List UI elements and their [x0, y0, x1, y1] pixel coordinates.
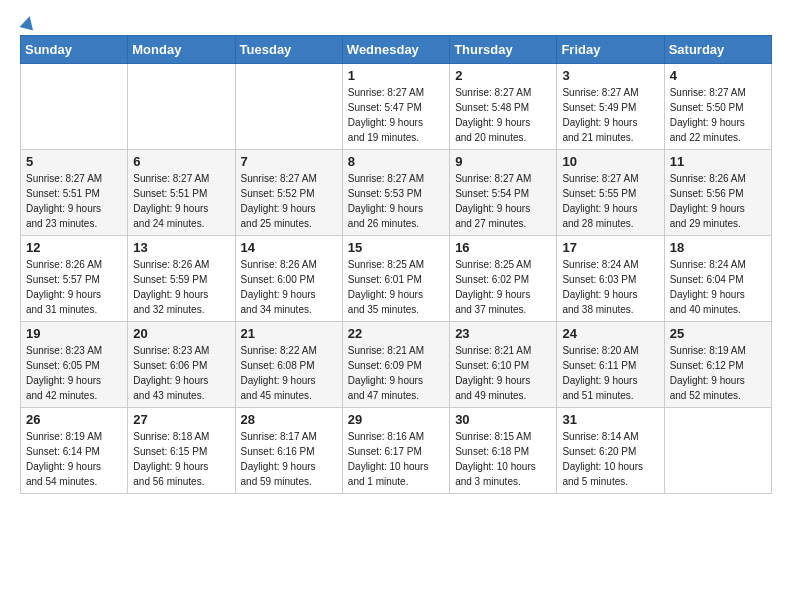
day-cell: 27Sunrise: 8:18 AM Sunset: 6:15 PM Dayli… [128, 408, 235, 494]
day-info: Sunrise: 8:27 AM Sunset: 5:52 PM Dayligh… [241, 171, 337, 231]
day-number: 7 [241, 154, 337, 169]
day-cell: 2Sunrise: 8:27 AM Sunset: 5:48 PM Daylig… [450, 64, 557, 150]
day-number: 25 [670, 326, 766, 341]
day-cell [128, 64, 235, 150]
day-cell: 16Sunrise: 8:25 AM Sunset: 6:02 PM Dayli… [450, 236, 557, 322]
logo-icon [20, 14, 37, 30]
day-info: Sunrise: 8:14 AM Sunset: 6:20 PM Dayligh… [562, 429, 658, 489]
day-number: 10 [562, 154, 658, 169]
day-number: 15 [348, 240, 444, 255]
day-info: Sunrise: 8:17 AM Sunset: 6:16 PM Dayligh… [241, 429, 337, 489]
day-info: Sunrise: 8:27 AM Sunset: 5:55 PM Dayligh… [562, 171, 658, 231]
week-row-3: 12Sunrise: 8:26 AM Sunset: 5:57 PM Dayli… [21, 236, 772, 322]
day-cell: 18Sunrise: 8:24 AM Sunset: 6:04 PM Dayli… [664, 236, 771, 322]
day-number: 12 [26, 240, 122, 255]
col-header-monday: Monday [128, 36, 235, 64]
day-info: Sunrise: 8:23 AM Sunset: 6:06 PM Dayligh… [133, 343, 229, 403]
day-number: 30 [455, 412, 551, 427]
day-cell: 3Sunrise: 8:27 AM Sunset: 5:49 PM Daylig… [557, 64, 664, 150]
col-header-sunday: Sunday [21, 36, 128, 64]
day-info: Sunrise: 8:27 AM Sunset: 5:50 PM Dayligh… [670, 85, 766, 145]
day-info: Sunrise: 8:27 AM Sunset: 5:48 PM Dayligh… [455, 85, 551, 145]
day-cell: 1Sunrise: 8:27 AM Sunset: 5:47 PM Daylig… [342, 64, 449, 150]
day-info: Sunrise: 8:15 AM Sunset: 6:18 PM Dayligh… [455, 429, 551, 489]
day-cell: 30Sunrise: 8:15 AM Sunset: 6:18 PM Dayli… [450, 408, 557, 494]
day-info: Sunrise: 8:19 AM Sunset: 6:12 PM Dayligh… [670, 343, 766, 403]
day-number: 14 [241, 240, 337, 255]
day-cell: 7Sunrise: 8:27 AM Sunset: 5:52 PM Daylig… [235, 150, 342, 236]
day-info: Sunrise: 8:27 AM Sunset: 5:54 PM Dayligh… [455, 171, 551, 231]
day-info: Sunrise: 8:23 AM Sunset: 6:05 PM Dayligh… [26, 343, 122, 403]
day-cell: 25Sunrise: 8:19 AM Sunset: 6:12 PM Dayli… [664, 322, 771, 408]
day-number: 6 [133, 154, 229, 169]
day-cell: 8Sunrise: 8:27 AM Sunset: 5:53 PM Daylig… [342, 150, 449, 236]
day-cell: 9Sunrise: 8:27 AM Sunset: 5:54 PM Daylig… [450, 150, 557, 236]
calendar: SundayMondayTuesdayWednesdayThursdayFrid… [20, 35, 772, 494]
day-number: 16 [455, 240, 551, 255]
day-number: 27 [133, 412, 229, 427]
day-info: Sunrise: 8:25 AM Sunset: 6:01 PM Dayligh… [348, 257, 444, 317]
logo [20, 16, 36, 25]
day-number: 1 [348, 68, 444, 83]
day-info: Sunrise: 8:26 AM Sunset: 5:56 PM Dayligh… [670, 171, 766, 231]
day-cell [664, 408, 771, 494]
day-info: Sunrise: 8:27 AM Sunset: 5:51 PM Dayligh… [133, 171, 229, 231]
col-header-tuesday: Tuesday [235, 36, 342, 64]
header [20, 16, 772, 25]
col-header-wednesday: Wednesday [342, 36, 449, 64]
day-info: Sunrise: 8:25 AM Sunset: 6:02 PM Dayligh… [455, 257, 551, 317]
week-row-4: 19Sunrise: 8:23 AM Sunset: 6:05 PM Dayli… [21, 322, 772, 408]
day-cell: 29Sunrise: 8:16 AM Sunset: 6:17 PM Dayli… [342, 408, 449, 494]
day-cell: 17Sunrise: 8:24 AM Sunset: 6:03 PM Dayli… [557, 236, 664, 322]
day-info: Sunrise: 8:16 AM Sunset: 6:17 PM Dayligh… [348, 429, 444, 489]
day-info: Sunrise: 8:20 AM Sunset: 6:11 PM Dayligh… [562, 343, 658, 403]
day-cell: 28Sunrise: 8:17 AM Sunset: 6:16 PM Dayli… [235, 408, 342, 494]
day-info: Sunrise: 8:26 AM Sunset: 5:59 PM Dayligh… [133, 257, 229, 317]
day-cell: 12Sunrise: 8:26 AM Sunset: 5:57 PM Dayli… [21, 236, 128, 322]
day-cell: 14Sunrise: 8:26 AM Sunset: 6:00 PM Dayli… [235, 236, 342, 322]
day-number: 29 [348, 412, 444, 427]
day-number: 21 [241, 326, 337, 341]
day-number: 2 [455, 68, 551, 83]
day-cell: 23Sunrise: 8:21 AM Sunset: 6:10 PM Dayli… [450, 322, 557, 408]
day-cell: 22Sunrise: 8:21 AM Sunset: 6:09 PM Dayli… [342, 322, 449, 408]
day-cell: 26Sunrise: 8:19 AM Sunset: 6:14 PM Dayli… [21, 408, 128, 494]
day-info: Sunrise: 8:27 AM Sunset: 5:51 PM Dayligh… [26, 171, 122, 231]
day-cell: 21Sunrise: 8:22 AM Sunset: 6:08 PM Dayli… [235, 322, 342, 408]
col-header-thursday: Thursday [450, 36, 557, 64]
day-number: 11 [670, 154, 766, 169]
day-info: Sunrise: 8:19 AM Sunset: 6:14 PM Dayligh… [26, 429, 122, 489]
day-number: 24 [562, 326, 658, 341]
day-cell: 6Sunrise: 8:27 AM Sunset: 5:51 PM Daylig… [128, 150, 235, 236]
day-number: 26 [26, 412, 122, 427]
day-info: Sunrise: 8:21 AM Sunset: 6:09 PM Dayligh… [348, 343, 444, 403]
day-cell [21, 64, 128, 150]
day-cell: 5Sunrise: 8:27 AM Sunset: 5:51 PM Daylig… [21, 150, 128, 236]
day-number: 23 [455, 326, 551, 341]
day-number: 19 [26, 326, 122, 341]
day-info: Sunrise: 8:27 AM Sunset: 5:47 PM Dayligh… [348, 85, 444, 145]
day-cell: 10Sunrise: 8:27 AM Sunset: 5:55 PM Dayli… [557, 150, 664, 236]
day-info: Sunrise: 8:21 AM Sunset: 6:10 PM Dayligh… [455, 343, 551, 403]
day-cell: 13Sunrise: 8:26 AM Sunset: 5:59 PM Dayli… [128, 236, 235, 322]
day-number: 9 [455, 154, 551, 169]
day-info: Sunrise: 8:26 AM Sunset: 6:00 PM Dayligh… [241, 257, 337, 317]
day-number: 8 [348, 154, 444, 169]
day-number: 28 [241, 412, 337, 427]
day-info: Sunrise: 8:22 AM Sunset: 6:08 PM Dayligh… [241, 343, 337, 403]
day-cell: 15Sunrise: 8:25 AM Sunset: 6:01 PM Dayli… [342, 236, 449, 322]
day-number: 18 [670, 240, 766, 255]
header-row: SundayMondayTuesdayWednesdayThursdayFrid… [21, 36, 772, 64]
day-cell: 24Sunrise: 8:20 AM Sunset: 6:11 PM Dayli… [557, 322, 664, 408]
day-number: 31 [562, 412, 658, 427]
col-header-saturday: Saturday [664, 36, 771, 64]
day-cell: 31Sunrise: 8:14 AM Sunset: 6:20 PM Dayli… [557, 408, 664, 494]
day-info: Sunrise: 8:18 AM Sunset: 6:15 PM Dayligh… [133, 429, 229, 489]
day-info: Sunrise: 8:26 AM Sunset: 5:57 PM Dayligh… [26, 257, 122, 317]
day-cell: 4Sunrise: 8:27 AM Sunset: 5:50 PM Daylig… [664, 64, 771, 150]
week-row-5: 26Sunrise: 8:19 AM Sunset: 6:14 PM Dayli… [21, 408, 772, 494]
day-cell [235, 64, 342, 150]
day-number: 4 [670, 68, 766, 83]
day-info: Sunrise: 8:27 AM Sunset: 5:53 PM Dayligh… [348, 171, 444, 231]
day-info: Sunrise: 8:24 AM Sunset: 6:03 PM Dayligh… [562, 257, 658, 317]
